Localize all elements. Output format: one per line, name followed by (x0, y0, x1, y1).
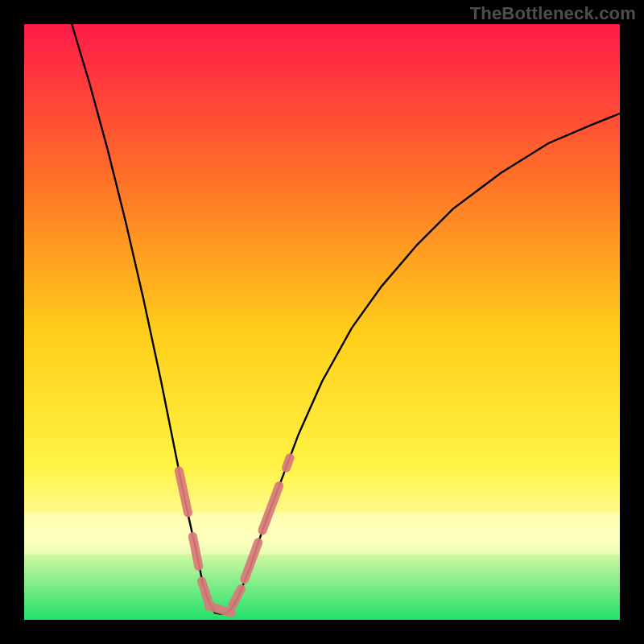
chart-stage: TheBottleneck.com (0, 0, 644, 644)
pale-band (24, 513, 620, 555)
bottleneck-chart (0, 0, 644, 644)
marker-segment (287, 458, 290, 469)
watermark-text: TheBottleneck.com (470, 3, 636, 24)
marker-segment (192, 536, 198, 566)
marker-segment (208, 606, 231, 613)
